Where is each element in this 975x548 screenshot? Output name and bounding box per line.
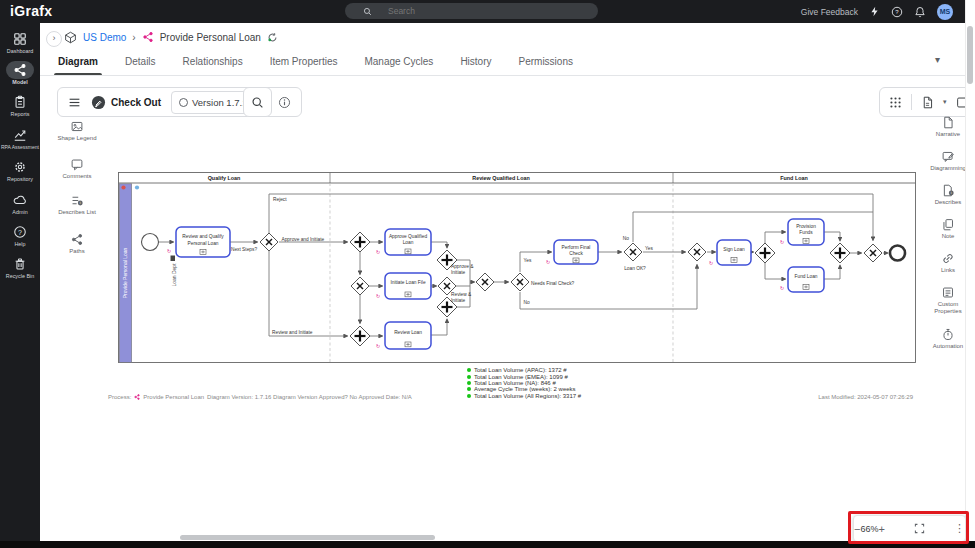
kpi-row: Total Loan Volume (All Regions): 3317 # — [467, 393, 581, 399]
help-icon[interactable]: ? — [891, 6, 903, 18]
svg-text:Yes: Yes — [645, 246, 653, 251]
svg-text:Approve and Initiate: Approve and Initiate — [282, 237, 325, 242]
svg-text:Initiate Loan File: Initiate Loan File — [390, 280, 426, 285]
check-out-button[interactable]: Check Out — [91, 95, 161, 110]
horizontal-scrollbar[interactable] — [180, 535, 435, 540]
version-status-icon — [179, 98, 188, 107]
zoom-level[interactable]: 66% — [860, 524, 878, 534]
resource-icon: ↻ — [709, 260, 713, 266]
rail-item-comments[interactable]: Comments — [55, 158, 99, 180]
collapse-panel-button[interactable]: › — [46, 31, 62, 47]
breadcrumb: US Demo › Provide Personal Loan — [64, 29, 278, 45]
rail-item-paths[interactable]: Paths — [55, 233, 99, 255]
subprocess-marker — [803, 285, 809, 290]
zoom-menu-kebab[interactable]: ⋮ — [954, 522, 965, 535]
diagram-canvas[interactable]: Qualify Loan Review Qualified Loan Fund … — [118, 172, 916, 367]
top-bar: iGrafx Give Feedback ? MS — [0, 0, 965, 23]
tab-history[interactable]: History — [460, 50, 491, 76]
lightning-icon[interactable] — [869, 6, 880, 17]
cycle-status-icon[interactable] — [267, 32, 278, 43]
zoom-in-button[interactable]: + — [878, 523, 884, 535]
tab-permissions[interactable]: Permissions — [519, 50, 573, 76]
svg-text:Review Loan: Review Loan — [394, 330, 422, 335]
user-avatar[interactable]: MS — [937, 4, 953, 20]
end-event[interactable] — [890, 246, 905, 261]
custom-properties-icon — [941, 286, 955, 299]
sidebar-item-help[interactable]: ? Help — [0, 225, 40, 247]
check-out-label: Check Out — [111, 97, 161, 108]
app-window: iGrafx Give Feedback ? MS Dashboard Mode… — [0, 0, 975, 548]
svg-text:Provide Personal Loan: Provide Personal Loan — [122, 247, 128, 298]
tab-item-properties[interactable]: Item Properties — [270, 50, 338, 76]
rail-item-shape-legend[interactable]: Shape Legend — [55, 120, 99, 142]
gear-icon — [13, 160, 27, 174]
resource-icon: ↻ — [376, 249, 380, 255]
breadcrumb-root[interactable]: US Demo — [83, 32, 126, 43]
svg-text:Initiate: Initiate — [451, 270, 465, 275]
task-perform-final-check[interactable]: Perform Final Check ↻ — [546, 240, 598, 265]
rail-item-links[interactable]: Links — [926, 252, 970, 274]
fit-screen-icon[interactable] — [914, 523, 925, 534]
chevron-down-icon[interactable]: ▾ — [943, 98, 947, 106]
rail-item-describes[interactable]: i Describes — [926, 184, 970, 206]
svg-text:Review &: Review & — [451, 292, 472, 297]
rail-item-automation[interactable]: Automation — [926, 328, 970, 350]
rail-item-note[interactable]: Note — [926, 218, 970, 240]
dashboard-icon — [13, 32, 27, 46]
sidebar-item-rpa-assessment[interactable]: RPA Assessment — [0, 128, 40, 150]
breadcrumb-current: Provide Personal Loan — [160, 32, 261, 43]
sidebar-item-reports[interactable]: Reports — [0, 95, 40, 117]
svg-text:Sign Loan: Sign Loan — [723, 247, 745, 252]
bell-icon[interactable] — [914, 6, 926, 18]
rail-item-narrative[interactable]: Narrative — [926, 116, 970, 138]
phase-review-qualified-loan: Review Qualified Loan — [472, 175, 530, 181]
resource-icon: ↻ — [780, 239, 784, 245]
global-search[interactable] — [345, 3, 598, 19]
vertical-scrollbar[interactable] — [967, 26, 973, 84]
svg-text:Check: Check — [569, 251, 583, 256]
start-event[interactable] — [142, 234, 159, 251]
search-input[interactable] — [386, 5, 590, 17]
tab-divider — [40, 75, 965, 76]
admin-icon — [13, 193, 27, 207]
sidebar-item-dashboard[interactable]: Dashboard — [0, 32, 40, 54]
diagram-footer-info: Process: Provide Personal Loan Diagram V… — [108, 394, 412, 400]
rail-item-describes-list[interactable]: i Describes List — [55, 194, 99, 216]
grid-view-icon[interactable] — [889, 96, 902, 109]
model-icon — [13, 63, 27, 77]
kpi-row: Average Cycle Time (weeks): 2 weeks — [467, 386, 581, 392]
svg-text:Review and Initiate: Review and Initiate — [272, 330, 313, 335]
give-feedback-link[interactable]: Give Feedback — [801, 7, 858, 17]
igrafx-logo: iGrafx — [10, 3, 52, 19]
tab-relationships[interactable]: Relationships — [183, 50, 243, 76]
describes-list-icon: i — [70, 194, 84, 207]
lane-provide-personal-loan[interactable]: Provide Personal Loan — [119, 184, 132, 362]
info-icon[interactable] — [278, 96, 291, 109]
phase-fund-loan: Fund Loan — [780, 175, 808, 181]
tab-details[interactable]: Details — [125, 50, 156, 76]
status-dot-icon — [467, 394, 471, 398]
links-icon — [941, 252, 955, 265]
toolbar-divider — [911, 94, 912, 110]
tab-manage-cycles[interactable]: Manage Cycles — [364, 50, 433, 76]
rail-item-diagramming[interactable]: Diagramming — [926, 150, 970, 172]
sidebar-item-repository[interactable]: Repository — [0, 160, 40, 182]
view-toolbar: ▾ — [879, 87, 975, 117]
process-icon — [134, 394, 140, 400]
menu-icon[interactable] — [68, 96, 81, 109]
svg-text:Personal Loan: Personal Loan — [188, 241, 219, 246]
tabs-overflow-chevron[interactable]: ▾ — [935, 54, 940, 65]
rail-item-custom-properties[interactable]: Custom Properties — [926, 286, 970, 315]
diagram-search-button[interactable] — [243, 87, 272, 117]
describes-icon: i — [941, 184, 955, 197]
subprocess-marker — [200, 250, 206, 255]
sidebar-item-model[interactable]: Model — [0, 63, 40, 85]
export-document-icon[interactable] — [921, 96, 934, 109]
svg-text:Approve Qualified: Approve Qualified — [389, 234, 427, 239]
sidebar-item-admin[interactable]: Admin — [0, 193, 40, 215]
help-circle-icon: ? — [13, 225, 27, 239]
sidebar-item-recycle-bin[interactable]: Recycle Bin — [0, 257, 40, 279]
repository-cube-icon — [64, 31, 77, 44]
tab-diagram[interactable]: Diagram — [58, 50, 98, 76]
svg-text:Approve &: Approve & — [451, 264, 474, 269]
